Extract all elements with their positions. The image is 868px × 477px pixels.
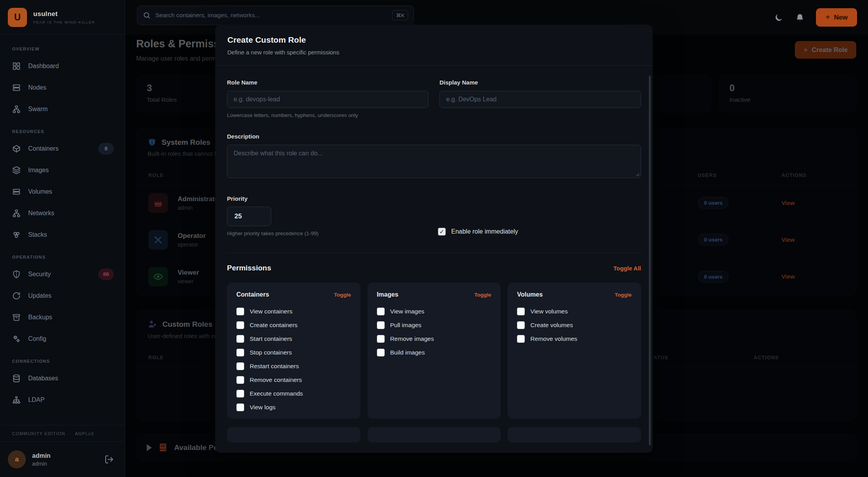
group-title: Containers [236, 291, 269, 298]
checkbox-icon[interactable] [377, 335, 385, 343]
modal-subtitle: Define a new role with specific permissi… [227, 49, 641, 56]
permission-create-containers[interactable]: Create containers [236, 318, 351, 332]
toggle-link[interactable]: Toggle [474, 292, 491, 298]
sidebar-item-stacks[interactable]: Stacks [0, 224, 125, 245]
priority-help: Higher priority takes precedence (1-99) [227, 230, 641, 236]
description-textarea[interactable] [227, 145, 641, 178]
new-button[interactable]: + New [816, 8, 857, 27]
brand-name: usulnet [33, 10, 95, 18]
sidebar-item-label: Stacks [28, 231, 47, 238]
sidebar-item-label: Volumes [28, 188, 52, 195]
permission-group-stub [367, 427, 501, 443]
checkbox-icon[interactable] [236, 376, 244, 384]
search-input[interactable] [155, 12, 392, 19]
permission-view-images[interactable]: View images [377, 304, 492, 318]
checkbox-icon[interactable] [236, 308, 244, 315]
sidebar-item-nodes[interactable]: Nodes [0, 77, 125, 98]
permission-view-volumes[interactable]: View volumes [517, 304, 632, 318]
search-box[interactable]: ⌘K [137, 5, 414, 25]
layers-icon [12, 166, 21, 175]
app-root: U usulnet FEAR IS THE MIND-KILLER OVERVI… [0, 0, 868, 477]
next-permission-groups-partial [227, 427, 641, 443]
edition-dot: · [69, 431, 71, 436]
nav-section-operations: OPERATIONS [0, 245, 125, 263]
checkbox-icon[interactable] [377, 308, 385, 315]
nav-section-overview: OVERVIEW [0, 37, 125, 55]
notifications-bell-icon[interactable] [795, 13, 805, 23]
priority-label: Priority [227, 195, 641, 202]
enable-role-checkbox-row[interactable]: ✓ Enable role immediately [438, 228, 518, 236]
sidebar-item-label: Swarm [28, 106, 48, 113]
edition-label: COMMUNITY EDITION [12, 431, 65, 436]
modal-title: Create Custom Role [227, 35, 641, 45]
role-name-help: Lowercase letters, numbers, hyphens, und… [227, 112, 429, 118]
checkbox-checked-icon[interactable]: ✓ [438, 228, 446, 236]
priority-input[interactable] [227, 207, 271, 226]
sidebar-item-label: Security [28, 271, 51, 278]
brand[interactable]: U usulnet FEAR IS THE MIND-KILLER [0, 0, 125, 35]
checkbox-icon[interactable] [236, 321, 244, 329]
sidebar-item-databases[interactable]: Databases [0, 367, 125, 389]
sidebar-item-label: Updates [28, 292, 52, 299]
nav-section-connections: CONNECTIONS [0, 349, 125, 367]
sidebar-item-config[interactable]: Config [0, 328, 125, 349]
shield-icon [12, 270, 21, 279]
logout-icon[interactable] [104, 455, 114, 464]
permission-pull-images[interactable]: Pull images [377, 318, 492, 332]
checkbox-icon[interactable] [236, 390, 244, 398]
divider [227, 253, 641, 253]
security-count-badge: 86 [98, 268, 114, 280]
sidebar-item-ldap[interactable]: LDAP [0, 389, 125, 410]
sidebar-item-label: Nodes [28, 84, 46, 91]
gears-icon [12, 335, 21, 343]
checkbox-icon[interactable] [236, 349, 244, 356]
permission-group-stub [227, 427, 360, 443]
display-name-input[interactable] [439, 91, 641, 108]
sidebar-item-label: LDAP [28, 396, 45, 403]
permission-start-containers[interactable]: Start containers [236, 332, 351, 346]
display-name-label: Display Name [439, 79, 641, 86]
toggle-link[interactable]: Toggle [334, 292, 351, 298]
checkbox-icon[interactable] [517, 335, 525, 343]
checkbox-icon[interactable] [236, 403, 244, 411]
permission-execute-commands[interactable]: Execute commands [236, 387, 351, 400]
checkbox-icon[interactable] [236, 335, 244, 343]
checkbox-icon[interactable] [377, 349, 385, 356]
permission-remove-volumes[interactable]: Remove volumes [517, 332, 632, 346]
sidebar-item-images[interactable]: Images [0, 159, 125, 181]
checkbox-icon[interactable] [377, 321, 385, 329]
permission-view-containers[interactable]: View containers [236, 304, 351, 318]
permission-stop-containers[interactable]: Stop containers [236, 346, 351, 359]
sidebar-item-volumes[interactable]: Volumes [0, 181, 125, 202]
sidebar-item-dashboard[interactable]: Dashboard [0, 55, 125, 77]
sidebar-item-backups[interactable]: Backups [0, 306, 125, 328]
sidebar-item-containers[interactable]: Containers 8 [0, 138, 125, 159]
toggle-link[interactable]: Toggle [615, 292, 632, 298]
permission-group-containers: Containers Toggle View containers Create… [227, 283, 360, 419]
sidebar-item-swarm[interactable]: Swarm [0, 98, 125, 120]
role-name-input[interactable] [227, 91, 429, 108]
permission-build-images[interactable]: Build images [377, 346, 492, 359]
checkbox-icon[interactable] [236, 362, 244, 370]
avatar: a [8, 450, 26, 468]
sidebar-item-label: Backups [28, 314, 52, 321]
permission-create-volumes[interactable]: Create volumes [517, 318, 632, 332]
modal-scrollbar[interactable] [649, 76, 651, 445]
toggle-all-link[interactable]: Toggle All [613, 265, 641, 272]
sidebar-item-networks[interactable]: Networks [0, 202, 125, 224]
checkbox-icon[interactable] [517, 321, 525, 329]
permission-view-logs[interactable]: View logs [236, 400, 351, 414]
permission-remove-images[interactable]: Remove images [377, 332, 492, 346]
sidebar: U usulnet FEAR IS THE MIND-KILLER OVERVI… [0, 0, 125, 477]
permission-group-images: Images Toggle View images Pull images Re… [367, 283, 501, 419]
theme-toggle-moon-icon[interactable] [774, 13, 784, 23]
sidebar-item-security[interactable]: Security 86 [0, 263, 125, 285]
permission-restart-containers[interactable]: Restart containers [236, 359, 351, 373]
hard-drive-icon [12, 187, 21, 196]
new-button-label: New [834, 14, 848, 22]
sidebar-item-updates[interactable]: Updates [0, 285, 125, 306]
hierarchy-icon [12, 105, 21, 113]
user-row[interactable]: a admin admin [0, 441, 125, 477]
permission-remove-containers[interactable]: Remove containers [236, 373, 351, 387]
checkbox-icon[interactable] [517, 308, 525, 315]
